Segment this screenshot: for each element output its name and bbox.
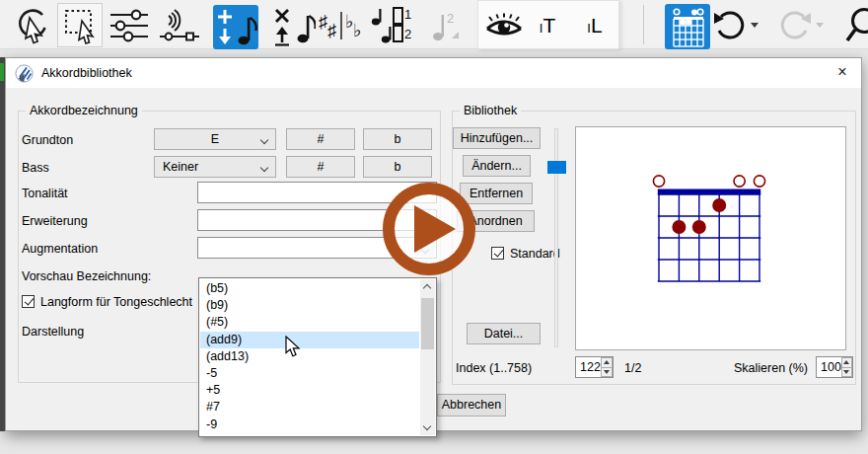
scroll-down-icon[interactable] xyxy=(420,420,435,435)
eye-icon[interactable] xyxy=(483,12,525,39)
background-window-sliver xyxy=(0,57,5,431)
rect-select-icon[interactable] xyxy=(57,3,103,47)
grundton-flat-button[interactable]: b xyxy=(363,128,432,150)
delete-note-icon[interactable] xyxy=(272,6,316,47)
dropdown-item[interactable]: (b9) xyxy=(200,297,419,314)
redo-icon[interactable] xyxy=(777,8,813,43)
dropdown-item[interactable]: -5 xyxy=(200,365,419,382)
dropdown-item[interactable]: -9 xyxy=(200,416,419,433)
scrollbar-thumb[interactable] xyxy=(421,298,434,349)
svg-text:♭: ♭ xyxy=(353,21,362,40)
bass-label: Bass xyxy=(22,161,49,175)
dropdown-item[interactable]: (add13) xyxy=(200,348,419,365)
svg-text:2: 2 xyxy=(447,11,454,26)
augmentation-label: Augmentation xyxy=(22,242,98,256)
svg-text:♯: ♯ xyxy=(327,21,336,40)
svg-text:2: 2 xyxy=(404,27,411,41)
bass-combobox[interactable]: Keiner xyxy=(154,156,276,178)
undo-icon[interactable] xyxy=(712,8,748,43)
text-lyrics-label: IL xyxy=(587,15,602,36)
audio-dynamics-icon[interactable] xyxy=(158,9,201,42)
insert-note-button[interactable] xyxy=(213,5,258,49)
text-title-label: IT xyxy=(540,15,555,36)
chord-diagram xyxy=(646,170,772,296)
dropdown-item[interactable]: (b5) xyxy=(200,280,419,297)
chord-name-legend: Akkordbezeichnung xyxy=(26,104,142,117)
close-icon[interactable]: × xyxy=(824,58,861,88)
bass-sharp-button[interactable]: # xyxy=(286,156,355,178)
toolbar-separator xyxy=(643,5,644,44)
grundton-label: Grundton xyxy=(22,133,73,147)
redo-dropdown-caret[interactable] xyxy=(816,23,824,28)
zoom-icon[interactable] xyxy=(844,4,868,47)
index-value[interactable]: 122 xyxy=(576,357,601,377)
index-suffix: 1/2 xyxy=(624,361,641,375)
spin-down-icon[interactable] xyxy=(841,368,852,378)
darstellung-label: Darstellung xyxy=(22,325,84,339)
augmentation-dropdown-popup: (b5)(b9)(#5)(add9)(add13)-5+5#7-9 xyxy=(198,277,437,437)
grundton-combobox[interactable]: E xyxy=(154,128,276,150)
undo-dropdown-caret[interactable] xyxy=(751,23,759,28)
dropdown-item[interactable]: #7 xyxy=(200,399,419,416)
cancel-button[interactable]: Abbrechen xyxy=(437,394,506,416)
langform-checkbox[interactable] xyxy=(22,295,35,308)
spin-up-icon[interactable] xyxy=(841,357,852,368)
change-button[interactable]: Ändern... xyxy=(463,155,531,177)
play-icon xyxy=(414,205,456,253)
augmentation-dropdown-list: (b5)(b9)(#5)(add9)(add13)-5+5#7-9 xyxy=(200,280,419,435)
accidentals-icon[interactable]: ♯ ♯ ♭ ♭ xyxy=(318,7,363,44)
scale-value[interactable]: 100 xyxy=(817,357,841,377)
add-button[interactable]: Hinzufügen... xyxy=(453,127,541,149)
text-title-icon[interactable]: IT xyxy=(531,12,564,38)
scale-spinner[interactable]: 100 xyxy=(816,356,853,378)
dialog-title: Akkordbibliothek xyxy=(41,58,132,88)
grace-note-icon[interactable]: 2 xyxy=(430,9,462,44)
app-logo-icon xyxy=(15,64,34,83)
text-lyrics-icon[interactable]: IL xyxy=(578,12,612,38)
app-screen: ♯ ♯ ♭ ♭ 1 2 2 xyxy=(0,0,868,454)
chord-fretboard-button[interactable] xyxy=(665,4,710,49)
scale-label: Skalieren (%) xyxy=(734,361,808,375)
background-window-green xyxy=(0,63,4,81)
dropdown-item[interactable]: (add9) xyxy=(200,332,419,348)
standard-label: Standard xyxy=(510,247,560,261)
index-label: Index (1..758) xyxy=(456,361,532,375)
file-button[interactable]: Datei... xyxy=(467,323,541,344)
vorschau-label: Vorschau Bezeichnung: xyxy=(22,269,151,283)
dropdown-scrollbar[interactable] xyxy=(420,279,435,435)
filter-sliders-icon[interactable] xyxy=(108,8,150,43)
lasso-select-icon[interactable] xyxy=(14,7,51,44)
chevron-down-icon xyxy=(260,164,268,172)
library-legend: Bibliothek xyxy=(460,104,521,117)
bass-value: Keiner xyxy=(163,160,198,174)
voices-1-2-icon[interactable]: 1 2 xyxy=(367,4,412,47)
mouse-cursor xyxy=(285,336,302,362)
chevron-down-icon xyxy=(260,136,268,144)
spin-down-icon[interactable] xyxy=(601,368,613,378)
grundton-sharp-button[interactable]: # xyxy=(286,128,355,150)
grundton-value: E xyxy=(211,132,219,146)
dialog-titlebar[interactable]: Akkordbibliothek × xyxy=(6,58,861,88)
index-spinner[interactable]: 122 xyxy=(575,356,614,378)
scroll-up-icon[interactable] xyxy=(420,279,435,294)
main-toolbar: ♯ ♯ ♭ ♭ 1 2 2 xyxy=(0,0,868,49)
svg-text:1: 1 xyxy=(404,7,411,22)
standard-checkbox[interactable] xyxy=(491,247,504,260)
bass-flat-button[interactable]: b xyxy=(363,156,432,178)
erweiterung-label: Erweiterung xyxy=(22,214,88,228)
spin-up-icon[interactable] xyxy=(601,357,613,368)
langform-label: Langform für Tongeschlecht xyxy=(40,295,192,309)
dropdown-item[interactable]: (#5) xyxy=(200,314,419,331)
svg-text:♯: ♯ xyxy=(319,12,327,32)
library-slider-thumb[interactable] xyxy=(547,161,566,174)
remove-button[interactable]: Entfernen xyxy=(460,183,533,204)
dropdown-item[interactable]: +5 xyxy=(200,382,419,399)
tonalitaet-label: Tonalität xyxy=(22,187,68,200)
